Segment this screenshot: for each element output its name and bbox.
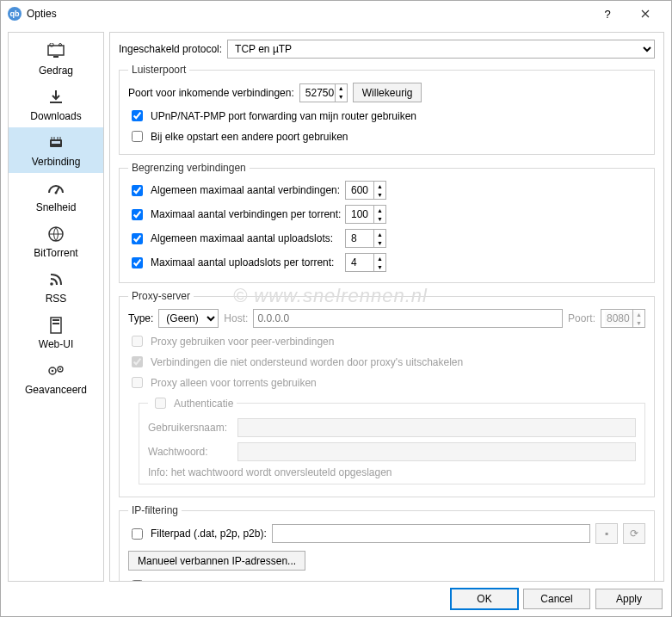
sidebar-item-webui[interactable]: Web-UI xyxy=(9,310,103,355)
refresh-icon: ⟳ xyxy=(630,528,638,540)
proxy-disable-unsupported-checkbox xyxy=(132,356,143,367)
sidebar-item-label: Snelheid xyxy=(36,201,77,213)
svg-point-6 xyxy=(55,192,58,194)
proxy-disable-unsupported-label: Verbindingen die niet ondersteund worden… xyxy=(151,356,463,368)
gauge-icon xyxy=(44,178,68,199)
global-conn-checkbox[interactable] xyxy=(132,185,143,196)
svg-rect-0 xyxy=(48,46,64,55)
apply-button[interactable]: Apply xyxy=(595,589,663,609)
global-conn-stepper[interactable]: ▲▼ xyxy=(345,181,386,200)
apply-trackers-label: Toepassen op trackers xyxy=(151,580,255,583)
sidebar-item-label: RSS xyxy=(46,293,67,305)
listen-port-group: Luisterpoort Poort voor inkomende verbin… xyxy=(119,64,655,155)
global-slots-checkbox[interactable] xyxy=(132,233,143,244)
network-icon xyxy=(44,133,68,153)
ok-button[interactable]: OK xyxy=(451,589,518,609)
sidebar-item-geavanceerd[interactable]: Geavanceerd xyxy=(9,355,103,401)
proxy-legend: Proxy-server xyxy=(128,290,194,302)
monitor-icon xyxy=(44,41,68,62)
proxy-user-input xyxy=(237,418,636,437)
svg-rect-1 xyxy=(53,56,59,58)
svg-rect-5 xyxy=(52,141,60,144)
proxy-torrents-only-label: Proxy alleen voor torrents gebruiken xyxy=(151,377,317,389)
port-label: Poort voor inkomende verbindingen: xyxy=(128,87,294,99)
gears-icon xyxy=(44,361,68,381)
filterpath-input[interactable] xyxy=(272,524,590,543)
close-button[interactable] xyxy=(626,2,664,26)
svg-point-13 xyxy=(52,370,54,373)
proxy-type-select[interactable]: (Geen) xyxy=(158,309,219,328)
download-icon xyxy=(44,87,68,108)
rss-icon xyxy=(44,269,68,290)
svg-rect-11 xyxy=(52,323,59,324)
sidebar-item-bittorrent[interactable]: BitTorrent xyxy=(9,219,103,264)
torrent-conn-checkbox[interactable] xyxy=(132,209,143,220)
svg-point-3 xyxy=(59,44,62,46)
global-slots-label: Algemeen maximaal aantal uploadslots: xyxy=(151,232,333,244)
cancel-button[interactable]: Cancel xyxy=(523,589,590,609)
random-port-button[interactable]: Willekeurig xyxy=(353,83,422,102)
proxy-pass-input xyxy=(237,442,636,461)
protocol-label: Ingeschakeld protocol: xyxy=(119,43,222,55)
torrent-slots-label: Maximaal aantal uploadslots per torrent: xyxy=(151,256,334,268)
limits-legend: Begrenzing verbindingen xyxy=(128,162,250,174)
proxy-port-stepper[interactable]: ▲▼ xyxy=(601,309,645,328)
svg-rect-10 xyxy=(52,319,59,321)
proxy-host-label: Host: xyxy=(224,312,248,324)
proxy-auth-checkbox xyxy=(155,398,166,409)
sidebar-item-label: Geavanceerd xyxy=(25,384,87,396)
protocol-select[interactable]: TCP en µTP xyxy=(227,40,655,59)
port-stepper[interactable]: ▲▼ xyxy=(299,83,348,102)
proxy-auth-group: Authenticatie Gebruikersnaam: Wachtwoord… xyxy=(139,395,645,484)
sidebar-item-snelheid[interactable]: Snelheid xyxy=(9,173,103,219)
proxy-peer-checkbox xyxy=(132,336,143,347)
proxy-port-label: Poort: xyxy=(568,312,595,324)
proxy-host-input[interactable] xyxy=(253,309,563,328)
global-conn-label: Algemeen maximaal aantal verbindingen: xyxy=(151,184,340,196)
global-slots-stepper[interactable]: ▲▼ xyxy=(345,229,386,248)
proxy-user-label: Gebruikersnaam: xyxy=(148,422,234,434)
random-startup-checkbox[interactable] xyxy=(132,131,143,142)
sidebar-item-gedrag[interactable]: Gedrag xyxy=(9,36,103,82)
proxy-auth-legend: Authenticatie xyxy=(174,398,233,410)
sidebar-item-label: Downloads xyxy=(30,110,81,122)
sidebar-item-verbinding[interactable]: Verbinding xyxy=(9,127,103,173)
upnp-checkbox[interactable] xyxy=(132,110,143,121)
torrent-slots-stepper[interactable]: ▲▼ xyxy=(345,253,386,272)
upnp-label: UPnP/NAT-PMP port forwarding van mijn ro… xyxy=(151,110,416,122)
filterpath-checkbox[interactable] xyxy=(132,528,143,540)
proxy-group: Proxy-server Type: (Geen) Host: Poort: ▲… xyxy=(119,290,655,497)
browse-button[interactable]: ▪ xyxy=(595,523,618,544)
server-icon xyxy=(44,315,68,336)
help-button[interactable]: ? xyxy=(589,2,626,26)
app-icon: qb xyxy=(8,7,22,21)
manual-ban-button[interactable]: Manueel verbannen IP-adressen... xyxy=(128,551,305,571)
ipfilter-group: IP-filtering Filterpad (.dat, p2p, p2b):… xyxy=(119,504,655,582)
sidebar-item-downloads[interactable]: Downloads xyxy=(9,82,103,127)
content-pane: Ingeschakeld protocol: TCP en µTP Luiste… xyxy=(109,32,664,582)
torrent-conn-label: Maximaal aantal verbindingen per torrent… xyxy=(151,208,341,220)
sidebar-item-rss[interactable]: RSS xyxy=(9,264,103,310)
proxy-type-label: Type: xyxy=(128,312,153,324)
filterpath-label: Filterpad (.dat, p2p, p2b): xyxy=(151,528,267,540)
proxy-pass-label: Wachtwoord: xyxy=(148,446,234,458)
window-title: Opties xyxy=(27,8,589,20)
apply-trackers-checkbox[interactable] xyxy=(132,580,143,582)
globe-icon xyxy=(44,224,68,244)
sidebar: Gedrag Downloads Verbinding Snelheid Bit… xyxy=(8,32,104,582)
sidebar-item-label: BitTorrent xyxy=(34,247,77,259)
torrent-conn-stepper[interactable]: ▲▼ xyxy=(345,205,386,224)
sidebar-item-label: Verbinding xyxy=(32,156,81,168)
random-startup-label: Bij elke opstart een andere poort gebrui… xyxy=(151,131,348,143)
dialog-footer: OK Cancel Apply xyxy=(1,582,671,616)
torrent-slots-checkbox[interactable] xyxy=(132,257,143,268)
folder-icon: ▪ xyxy=(605,528,608,540)
svg-point-8 xyxy=(50,282,53,286)
proxy-peer-label: Proxy gebruiken voor peer-verbindingen xyxy=(151,336,334,348)
listen-legend: Luisterpoort xyxy=(128,64,189,76)
ipfilter-legend: IP-filtering xyxy=(128,504,182,516)
sidebar-item-label: Gedrag xyxy=(39,65,73,77)
proxy-torrents-only-checkbox xyxy=(132,377,143,388)
reload-button[interactable]: ⟳ xyxy=(623,523,645,544)
conn-limits-group: Begrenzing verbindingen Algemeen maximaa… xyxy=(119,162,655,283)
